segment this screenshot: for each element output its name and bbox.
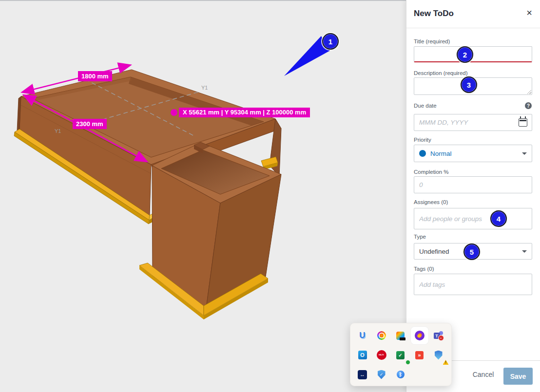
warning-triangle-icon: ! bbox=[443, 360, 449, 365]
due-date-input[interactable] bbox=[414, 114, 532, 131]
help-icon[interactable]: ? bbox=[525, 102, 532, 109]
check-badge bbox=[405, 360, 410, 365]
purple-flame-app-icon bbox=[415, 331, 424, 340]
title-label: Title (required) bbox=[414, 38, 450, 44]
annotation-badge-2: 2 bbox=[457, 46, 473, 63]
tray-item-hovered[interactable] bbox=[411, 327, 428, 344]
coordinate-point-dot bbox=[171, 109, 177, 116]
annotation-badge-1: 1 bbox=[322, 33, 339, 50]
tray-item[interactable]: HILTI bbox=[373, 346, 390, 364]
dnd-badge: – bbox=[438, 335, 444, 341]
tray-item[interactable]: ↔ bbox=[354, 366, 371, 383]
description-label: Description (required) bbox=[414, 70, 468, 76]
priority-dot-icon bbox=[419, 150, 426, 157]
grid-axis-label-y1-a: Y1 bbox=[201, 85, 208, 91]
outlook-app-icon: O bbox=[358, 351, 367, 359]
teamviewer-app-icon: ↔ bbox=[358, 370, 367, 379]
dimension-label-1800: 1800 mm bbox=[78, 71, 112, 81]
tags-label: Tags (0) bbox=[414, 266, 434, 272]
type-value: Undefined bbox=[419, 248, 449, 255]
hilti-app-icon: HILTI bbox=[377, 350, 386, 360]
save-button[interactable]: Save bbox=[503, 368, 533, 385]
cancel-button[interactable]: Cancel bbox=[467, 371, 499, 378]
model-viewport[interactable]: 1800 mm 2300 mm X 55621 mm | Y 95304 mm … bbox=[0, 0, 406, 392]
tray-item[interactable]: » bbox=[411, 346, 428, 364]
header-divider bbox=[406, 28, 540, 28]
tray-item[interactable]: O bbox=[354, 346, 371, 364]
system-tray-flyout: U T – O HILTI ✓ » ! ↔ ✓ ᛒ bbox=[350, 323, 452, 386]
model-3d-canvas bbox=[0, 0, 406, 392]
tags-input[interactable] bbox=[414, 274, 532, 295]
annotation-badge-3: 3 bbox=[461, 76, 477, 93]
priority-label: Priority bbox=[414, 137, 431, 143]
tray-item[interactable]: ✓ bbox=[373, 366, 390, 383]
assignees-input[interactable] bbox=[414, 208, 532, 229]
bluetooth-icon: ᛒ bbox=[397, 371, 405, 378]
close-icon[interactable]: × bbox=[526, 8, 532, 18]
tray-item[interactable]: ! bbox=[430, 346, 447, 364]
completion-input[interactable] bbox=[414, 176, 532, 193]
unifi-u-app-icon: U bbox=[359, 331, 365, 340]
chevron-down-icon bbox=[522, 250, 527, 253]
coordinate-label: X 55621 mm | Y 95304 mm | Z 100000 mm bbox=[179, 108, 310, 117]
tray-item[interactable] bbox=[392, 327, 409, 344]
green-check-app-icon: ✓ bbox=[396, 351, 405, 359]
priority-value: Normal bbox=[430, 150, 452, 157]
priority-select[interactable]: Normal bbox=[414, 145, 532, 162]
completion-label: Completion % bbox=[414, 169, 449, 175]
type-label: Type bbox=[414, 234, 426, 240]
anydesk-app-icon: » bbox=[415, 351, 424, 359]
grid-axis-label-y1-b: Y1 bbox=[55, 128, 61, 134]
microsoft-365-app-icon bbox=[396, 332, 405, 340]
tray-item[interactable]: U bbox=[354, 327, 371, 344]
tray-item[interactable]: T – bbox=[430, 327, 447, 344]
chevron-down-icon bbox=[522, 152, 527, 155]
dimension-label-2300: 2300 mm bbox=[73, 119, 107, 129]
annotation-badge-5: 5 bbox=[463, 243, 480, 260]
colorful-ring-app-icon bbox=[377, 331, 386, 340]
tray-item[interactable]: ✓ bbox=[392, 346, 409, 364]
shield-check-app-icon: ✓ bbox=[378, 370, 386, 379]
tray-item[interactable] bbox=[373, 327, 390, 344]
due-date-label: Due date bbox=[414, 103, 437, 109]
assignees-label: Assignees (0) bbox=[414, 199, 448, 205]
panel-title: New ToDo bbox=[414, 9, 454, 19]
shield-warning-app-icon bbox=[435, 351, 443, 360]
annotation-badge-4: 4 bbox=[490, 210, 507, 227]
calendar-icon[interactable] bbox=[519, 118, 527, 127]
tray-item[interactable]: ᛒ bbox=[392, 366, 409, 383]
viewport-top-edge bbox=[0, 0, 406, 1]
teams-dnd-app-icon: T – bbox=[434, 331, 444, 340]
